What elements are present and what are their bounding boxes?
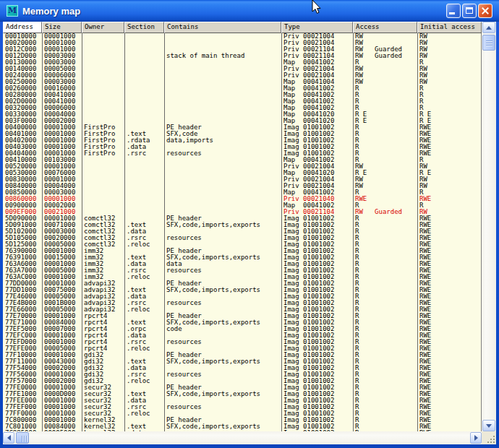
table-row[interactable]: 763AC00000001000imm32.relocImag 01001002… xyxy=(3,274,481,280)
table-row[interactable]: 0040000000001000FirstProPE headerImag 01… xyxy=(3,124,481,131)
table-row[interactable]: 5D12500000005000comctl32.relocImag 01001… xyxy=(3,241,481,248)
table-row[interactable]: 0040100000001000FirstPro.textSFX,codeIma… xyxy=(3,131,481,137)
table-row[interactable]: 0053000000076000Map 00041020R ER E xyxy=(3,170,481,176)
table-row[interactable]: 77E7000000001000rpcrt4PE headerImag 0100… xyxy=(3,313,481,319)
cell-initial: RWE xyxy=(417,131,482,137)
horizontal-scrollbar[interactable] xyxy=(3,431,482,444)
table-row[interactable]: 0024000000006000Priv 00021004RWRW xyxy=(3,72,481,79)
header-section[interactable]: Section xyxy=(124,22,164,33)
table-row[interactable]: 77E7100000084000rpcrt4.textSFX,code,impo… xyxy=(3,319,481,326)
header-size[interactable]: Size xyxy=(42,22,82,33)
table-row[interactable]: 7C88500000005000kernel32.dataImag 010010… xyxy=(3,430,481,431)
table-row[interactable]: 5D10500000020000comctl32.rsrcresourcesIm… xyxy=(3,235,481,241)
table-row[interactable]: 77FEE00000001000secur32.dataImag 0100100… xyxy=(3,397,481,404)
table-row[interactable]: 0086000000001000Priv 00021040RWERWE xyxy=(3,196,481,202)
table-row[interactable]: 763A700000005000imm32.rsrcresourcesImag … xyxy=(3,267,481,274)
table-row[interactable]: 7C80100000084000kernel32.textSFX,code,im… xyxy=(3,423,481,430)
table-row[interactable]: 77FE000000001000secur32PE headerImag 010… xyxy=(3,384,481,391)
table-row[interactable]: 77EFC00000001000rpcrt4.dataImag 01001002… xyxy=(3,332,481,339)
vertical-scrollbar[interactable] xyxy=(482,22,496,431)
table-row[interactable]: 77DD000000001000advapi32PE headerImag 01… xyxy=(3,280,481,287)
table-row[interactable]: 77F1000000001000gdi32PE headerImag 01001… xyxy=(3,352,481,358)
cell-section: .text xyxy=(124,358,164,365)
table-row[interactable]: 0013000000003000Map 00041002RR xyxy=(3,59,481,66)
table-row[interactable]: 5D09000000001000comctl32PE headerImag 01… xyxy=(3,215,481,222)
cell-address: 00330000 xyxy=(3,111,42,118)
close-button[interactable] xyxy=(478,4,492,18)
table-row[interactable]: 0026000000016000Map 00041002RR xyxy=(3,85,481,92)
table-row[interactable]: 77E4600000005000advapi32.dataImag 010010… xyxy=(3,293,481,300)
cell-section: .text xyxy=(124,287,164,293)
table-row[interactable]: 0052000000001000Priv 00021004RWRW xyxy=(3,163,481,170)
scroll-right-button[interactable] xyxy=(470,432,482,444)
titlebar[interactable]: M Memory map xyxy=(0,0,499,22)
table-row[interactable]: 77E6600000005000advapi32.relocImag 01001… xyxy=(3,306,481,313)
table-row[interactable]: 0040400000001000FirstPro.rsrcresourcesIm… xyxy=(3,150,481,157)
cell-type: Imag 01001002 xyxy=(281,410,353,417)
table-row[interactable]: 77F1100000043000gdi32.textSFX,code,impor… xyxy=(3,358,481,365)
vertical-scrollbar-thumb[interactable] xyxy=(482,35,495,51)
cell-size: 00041000 xyxy=(42,92,82,98)
scroll-up-button[interactable] xyxy=(482,22,495,33)
table-row[interactable]: 77FF000000001000secur32.relocImag 010010… xyxy=(3,410,481,417)
horizontal-scrollbar-thumb[interactable] xyxy=(16,432,29,444)
table-row[interactable]: 0033000000004000Map 00041020R ER E xyxy=(3,111,481,118)
table-row[interactable]: 7639100000015000imm32.textSFX,code,impor… xyxy=(3,254,481,261)
header-access[interactable]: Access xyxy=(353,22,417,33)
table-row[interactable]: 77F5400000002000gdi32.dataImag 01001002R… xyxy=(3,365,481,371)
table-row[interactable]: 0032000000006000Map 00041002RR xyxy=(3,105,481,111)
table-row[interactable]: 0025000000003000Map 00041004RWRW xyxy=(3,79,481,85)
cell-size: 00001000 xyxy=(42,332,82,339)
table-row[interactable]: 77FEF00000001000secur32.rsrcresourcesIma… xyxy=(3,404,481,410)
cell-access: R xyxy=(353,228,417,235)
table-row[interactable]: 002D000000041000Map 00041002RR xyxy=(3,98,481,105)
table-row[interactable]: 7639000000001000imm32PE headerImag 01001… xyxy=(3,248,481,254)
header-type[interactable]: Type xyxy=(281,22,353,33)
table-row[interactable]: 0002000000001000Priv 00021004RWRW xyxy=(3,40,481,46)
table-row[interactable]: 0028000000041000Map 00041002RR xyxy=(3,92,481,98)
cell-owner: advapi32 xyxy=(82,280,124,287)
resize-corner[interactable] xyxy=(482,431,496,444)
table-row[interactable]: 77F5700000002000gdi32.relocImag 01001002… xyxy=(3,378,481,384)
header-owner[interactable]: Owner xyxy=(82,22,124,33)
cell-initial: R xyxy=(417,59,482,66)
cell-size: 00001000 xyxy=(42,248,82,254)
table-row[interactable]: 0085000000003000Map 00041002RR xyxy=(3,189,481,196)
table-row[interactable]: 763A600000001000imm32.datadataImag 01001… xyxy=(3,261,481,267)
table-row[interactable]: 0090000000002000Map 00041002RR xyxy=(3,202,481,209)
table-row[interactable]: 003F000000002000Map 00041020R ER E xyxy=(3,118,481,124)
table-row[interactable]: 77FE10000000D000secur32.textSFX,code,imp… xyxy=(3,391,481,397)
table-row[interactable]: 0040300000001000FirstPro.dataImag 010010… xyxy=(3,144,481,150)
table-row[interactable]: 77E4B0000001B000advapi32.rsrcresourcesIm… xyxy=(3,300,481,306)
table-row[interactable]: 0001000000001000Priv 00021004RWRW xyxy=(3,33,481,40)
table-row[interactable]: 0083000000001000Priv 00021004RWRW xyxy=(3,176,481,183)
table-row[interactable]: 77F5600000001000gdi32.rsrcresourcesImag … xyxy=(3,371,481,378)
table-row[interactable]: 77DD100000075000advapi32.textSFX,code,im… xyxy=(3,287,481,293)
table-row[interactable]: 0014000000005000Priv 00021004RWRW xyxy=(3,66,481,72)
scroll-left-button[interactable] xyxy=(3,432,14,444)
table-row[interactable]: 77EFE00000005000rpcrt4.relocImag 0100100… xyxy=(3,345,481,352)
cell-owner: rpcrt4 xyxy=(82,313,124,319)
table-row[interactable]: 77EFD00000001000rpcrt4.rsrcresourcesImag… xyxy=(3,339,481,345)
table-row[interactable]: 0084000000004000Priv 00021004RWRW xyxy=(3,183,481,189)
table-row[interactable]: 5D10200000003000comctl32.dataImag 010010… xyxy=(3,228,481,235)
table-row[interactable]: 0041000000103000Map 00041002RR xyxy=(3,157,481,163)
cell-size: 00005000 xyxy=(42,345,82,352)
cell-initial: RWE xyxy=(417,137,482,144)
header-initial-access[interactable]: Initial access xyxy=(417,22,482,33)
table-row[interactable]: 77EF500000007000rpcrt4.orpccodeImag 0100… xyxy=(3,326,481,332)
table-row[interactable]: 0040200000001000FirstPro.rdatadata,impor… xyxy=(3,137,481,144)
scroll-down-button[interactable] xyxy=(482,420,495,431)
header-contains[interactable]: Contains xyxy=(164,22,281,33)
cell-type: Map 00041004 xyxy=(281,79,353,85)
table-row[interactable]: 009EF00000021000Priv 00021104RW GuardedR… xyxy=(3,209,481,215)
header-address[interactable]: Address xyxy=(3,22,42,33)
table-row[interactable]: 5D09100000071000comctl32.textSFX,code,im… xyxy=(3,222,481,228)
table-row[interactable]: 0012C00000001000Priv 00021104RW GuardedR… xyxy=(3,46,481,53)
table-row[interactable]: 0012D00000003000stack of main threadPriv… xyxy=(3,53,481,59)
minimize-button[interactable] xyxy=(446,4,461,18)
maximize-button[interactable] xyxy=(462,4,477,18)
cell-size: 0001B000 xyxy=(42,300,82,306)
cell-owner xyxy=(82,79,124,85)
table-row[interactable]: 7C80000000001000kernel32PE headerImag 01… xyxy=(3,417,481,423)
